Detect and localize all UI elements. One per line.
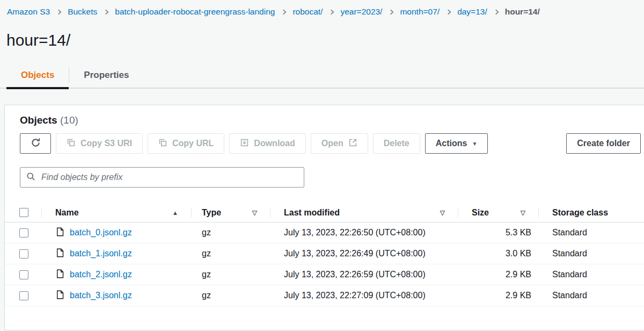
cell-type: gz [191,228,270,238]
object-name-link[interactable]: batch_1.jsonl.gz [70,249,132,258]
copy-url-label: Copy URL [172,139,214,148]
breadcrumb: Amazon S3Bucketsbatch-uploader-robocat-g… [0,0,644,17]
breadcrumb-current: hour=14/ [505,7,540,17]
row-checkbox[interactable] [19,291,28,300]
file-icon [56,227,64,239]
breadcrumb-chevron-icon [329,9,334,15]
search-icon [26,172,35,183]
cell-storage-class: Standard [538,249,644,258]
create-folder-label: Create folder [577,139,630,148]
breadcrumb-link[interactable]: Buckets [68,7,97,17]
cell-size: 2.9 KB [458,270,538,279]
column-header-storage-class[interactable]: Storage class [538,203,644,222]
breadcrumb-link[interactable]: Amazon S3 [7,7,50,17]
select-all-checkbox[interactable] [19,208,28,217]
sort-ascending-icon[interactable]: ▲ [172,210,178,216]
cell-size: 3.0 KB [458,249,538,258]
objects-table: Name ▲ Type ▽ Last modified ▽ Size ▽ Sto… [5,203,644,306]
cell-last-modified: July 13, 2023, 22:27:09 (UTC+08:00) [270,291,458,300]
breadcrumb-link[interactable]: robocat/ [292,7,323,17]
breadcrumb-chevron-icon [56,9,62,15]
cell-last-modified: July 13, 2023, 22:26:49 (UTC+08:00) [270,249,458,258]
cell-storage-class: Standard [538,291,644,300]
table-row: batch_1.jsonl.gz gz July 13, 2023, 22:26… [5,243,644,264]
caret-down-icon: ▼ [472,141,477,147]
file-icon [56,290,64,301]
breadcrumb-link[interactable]: month=07/ [400,7,440,17]
open-button[interactable]: Open [311,133,368,154]
row-checkbox-cell [5,285,41,306]
row-checkbox-cell [5,264,41,285]
sort-icon[interactable]: ▽ [521,209,525,217]
object-name-link[interactable]: batch_0.jsonl.gz [70,228,132,238]
cell-name: batch_0.jsonl.gz [41,227,191,239]
actions-label: Actions [436,139,467,148]
table-row: batch_2.jsonl.gz gz July 13, 2023, 22:26… [5,264,644,285]
objects-count: (10) [60,114,78,126]
cell-type: gz [191,291,270,300]
cell-name: batch_2.jsonl.gz [41,269,191,280]
file-icon [56,248,64,260]
cell-type: gz [191,249,270,258]
breadcrumb-chevron-icon [389,9,394,15]
download-icon [240,138,249,149]
delete-button[interactable]: Delete [373,133,420,154]
download-label: Download [254,139,295,148]
objects-heading: Objects [20,114,57,126]
cell-storage-class: Standard [538,270,644,279]
actions-button[interactable]: Actions ▼ [425,133,488,154]
page-title: hour=14/ [6,31,644,49]
search-input[interactable] [40,172,298,183]
create-folder-button[interactable]: Create folder [566,133,641,154]
copy-url-button[interactable]: Copy URL [148,133,224,154]
file-icon [56,269,64,280]
row-checkbox-cell [5,222,41,243]
row-checkbox[interactable] [19,228,28,238]
download-button[interactable]: Download [229,133,305,154]
object-name-link[interactable]: batch_3.jsonl.gz [70,291,132,300]
row-checkbox[interactable] [19,249,28,258]
object-name-link[interactable]: batch_2.jsonl.gz [70,270,132,279]
search-row [5,154,644,188]
column-header-type[interactable]: Type ▽ [191,203,270,222]
cell-last-modified: July 13, 2023, 22:26:59 (UTC+08:00) [270,270,458,279]
cell-size: 5.3 KB [458,228,538,238]
breadcrumb-chevron-icon [446,9,451,15]
sort-icon[interactable]: ▽ [440,209,445,217]
breadcrumb-link[interactable]: year=2023/ [340,7,382,17]
sort-icon[interactable]: ▽ [252,209,257,217]
copy-icon [158,138,167,149]
tab-objects[interactable]: Objects [6,64,69,88]
cell-last-modified: July 13, 2023, 22:26:50 (UTC+08:00) [270,228,458,238]
table-row: batch_3.jsonl.gz gz July 13, 2023, 22:27… [5,285,644,306]
copy-icon [67,138,76,149]
breadcrumb-chevron-icon [281,9,287,15]
breadcrumb-link[interactable]: day=13/ [457,7,487,17]
cell-storage-class: Standard [538,228,644,238]
table-row: batch_0.jsonl.gz gz July 13, 2023, 22:26… [5,222,644,243]
breadcrumb-link[interactable]: batch-uploader-robocat-greengrass-landin… [115,7,275,17]
header-checkbox-cell [5,203,41,222]
table-header: Name ▲ Type ▽ Last modified ▽ Size ▽ Sto… [5,203,644,222]
column-header-size[interactable]: Size ▽ [458,203,538,222]
objects-panel-heading: Objects (10) [5,105,644,126]
refresh-icon [31,138,41,150]
tab-properties[interactable]: Properties [69,64,143,88]
external-link-icon [348,138,357,149]
table-body: batch_0.jsonl.gz gz July 13, 2023, 22:26… [5,222,644,306]
row-checkbox[interactable] [19,270,28,279]
column-header-name[interactable]: Name ▲ [41,203,191,222]
search-box [20,167,304,188]
column-header-last-modified[interactable]: Last modified ▽ [270,203,458,222]
cell-size: 2.9 KB [458,291,538,300]
delete-label: Delete [384,139,409,148]
copy-s3-uri-button[interactable]: Copy S3 URI [56,133,143,154]
tab-bar: Objects Properties [0,64,644,89]
cell-type: gz [191,270,270,279]
toolbar: Copy S3 URI Copy URL Download Open Delet… [5,126,644,154]
cell-name: batch_3.jsonl.gz [41,290,191,301]
copy-s3-uri-label: Copy S3 URI [80,139,132,148]
breadcrumb-chevron-icon [104,9,109,15]
cell-name: batch_1.jsonl.gz [41,248,191,260]
refresh-button[interactable] [20,133,51,154]
